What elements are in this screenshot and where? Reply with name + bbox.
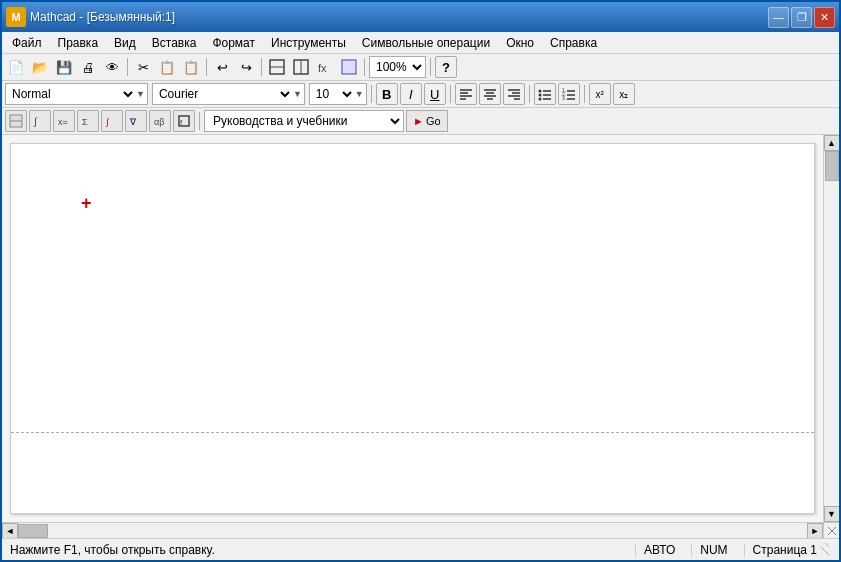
menu-file[interactable]: Файл: [4, 34, 50, 52]
scroll-right-arrow[interactable]: ►: [807, 523, 823, 539]
fmt-sep1: [371, 85, 372, 103]
open-button[interactable]: 📂: [29, 56, 51, 78]
svg-text:3.: 3.: [562, 95, 566, 101]
font-size-select[interactable]: 8 9 10 11 12 14: [310, 83, 355, 105]
math-btn-8[interactable]: f: [173, 110, 195, 132]
svg-text:Σ: Σ: [82, 117, 88, 127]
window-title: Mathcad - [Безымянный:1]: [30, 10, 768, 24]
underline-button[interactable]: U: [424, 83, 446, 105]
scroll-track-h[interactable]: [48, 523, 807, 538]
new-button[interactable]: 📄: [5, 56, 27, 78]
svg-text:∫: ∫: [105, 117, 110, 127]
status-segments: АВТО NUM Страница 1: [635, 543, 817, 557]
status-bar: Нажмите F1, чтобы открыть справку. АВТО …: [2, 538, 839, 560]
align-center-button[interactable]: [479, 83, 501, 105]
status-mode: АВТО: [635, 543, 675, 557]
go-button[interactable]: ► Go: [406, 110, 448, 132]
restore-button[interactable]: ❐: [791, 7, 812, 28]
undo-button[interactable]: ↩: [211, 56, 233, 78]
scroll-up-arrow[interactable]: ▲: [824, 135, 840, 151]
toolbar-btn-5[interactable]: [266, 56, 288, 78]
document-area[interactable]: +: [2, 135, 823, 522]
math-toolbar: ∫ x= Σ ∫ ∇ αβ f Руководства и учебники П…: [2, 108, 839, 135]
numbered-list-button[interactable]: 1.2.3.: [558, 83, 580, 105]
bold-button[interactable]: B: [376, 83, 398, 105]
scroll-down-arrow[interactable]: ▼: [824, 506, 840, 522]
window-controls: — ❐ ✕: [768, 7, 835, 28]
main-window: M Mathcad - [Безымянный:1] — ❐ ✕ Файл Пр…: [0, 0, 841, 562]
content-area: + ▲ ▼: [2, 135, 839, 522]
math-btn-3[interactable]: x=: [53, 110, 75, 132]
menu-window[interactable]: Окно: [498, 34, 542, 52]
scroll-corner: [823, 523, 839, 539]
subscript-button[interactable]: x₂: [613, 83, 635, 105]
cursor-cross: +: [81, 194, 92, 212]
menu-view[interactable]: Вид: [106, 34, 144, 52]
status-hint: Нажмите F1, чтобы открыть справку.: [10, 543, 635, 557]
copy-button[interactable]: 📋: [156, 56, 178, 78]
menu-symbolic[interactable]: Символьные операции: [354, 34, 498, 52]
title-bar: M Mathcad - [Безымянный:1] — ❐ ✕: [2, 2, 839, 32]
status-page: Страница 1: [744, 543, 817, 557]
bullet-list-button[interactable]: [534, 83, 556, 105]
vertical-scrollbar[interactable]: ▲ ▼: [823, 135, 839, 522]
svg-text:αβ: αβ: [154, 117, 164, 127]
menu-insert[interactable]: Вставка: [144, 34, 205, 52]
sep2: [206, 58, 207, 76]
sep5: [430, 58, 431, 76]
zoom-select[interactable]: 50% 75% 100% 125% 150% 200%: [370, 57, 425, 77]
menu-help[interactable]: Справка: [542, 34, 605, 52]
superscript-button[interactable]: x²: [589, 83, 611, 105]
math-btn-4[interactable]: Σ: [77, 110, 99, 132]
menu-format[interactable]: Формат: [204, 34, 263, 52]
page-break-line: [11, 432, 814, 433]
svg-rect-5: [342, 60, 356, 74]
main-toolbar: 📄 📂 💾 🖨 👁 ✂ 📋 📋 ↩ ↪ fx 50% 75%: [2, 54, 839, 81]
document-page[interactable]: +: [10, 143, 815, 514]
close-button[interactable]: ✕: [814, 7, 835, 28]
menu-tools[interactable]: Инструменты: [263, 34, 354, 52]
align-left-button[interactable]: [455, 83, 477, 105]
font-select[interactable]: Courier Arial Times New Roman: [153, 83, 293, 105]
format-toolbar: Normal Heading 1 Heading 2 Title ▼ Couri…: [2, 81, 839, 108]
svg-text:x=: x=: [58, 117, 68, 127]
redo-button[interactable]: ↪: [235, 56, 257, 78]
toolbar-btn-7[interactable]: fx: [314, 56, 336, 78]
paste-button[interactable]: 📋: [180, 56, 202, 78]
hscroll-thumb-left[interactable]: [18, 524, 48, 538]
fmt-sep4: [584, 85, 585, 103]
save-button[interactable]: 💾: [53, 56, 75, 78]
svg-line-44: [825, 551, 829, 555]
print-button[interactable]: 🖨: [77, 56, 99, 78]
app-icon: M: [6, 7, 26, 27]
svg-point-22: [538, 98, 541, 101]
svg-line-42: [825, 543, 829, 547]
math-btn-7[interactable]: αβ: [149, 110, 171, 132]
cut-button[interactable]: ✂: [132, 56, 154, 78]
sep4: [364, 58, 365, 76]
minimize-button[interactable]: —: [768, 7, 789, 28]
math-btn-2[interactable]: ∫: [29, 110, 51, 132]
resize-grip[interactable]: [817, 543, 831, 557]
italic-button[interactable]: I: [400, 83, 422, 105]
math-btn-5[interactable]: ∫: [101, 110, 123, 132]
toolbar-btn-8[interactable]: [338, 56, 360, 78]
print-preview-button[interactable]: 👁: [101, 56, 123, 78]
horizontal-scrollbar: ◄ ►: [2, 522, 839, 538]
status-numlock: NUM: [691, 543, 727, 557]
align-right-button[interactable]: [503, 83, 525, 105]
scroll-track-v[interactable]: [824, 151, 839, 506]
math-sep1: [199, 112, 200, 130]
resource-select[interactable]: Руководства и учебники Помощь Примеры: [204, 110, 404, 132]
toolbar-btn-6[interactable]: [290, 56, 312, 78]
svg-text:∇: ∇: [129, 117, 137, 127]
scroll-left-arrow[interactable]: ◄: [2, 523, 18, 539]
svg-point-18: [538, 90, 541, 93]
help-button[interactable]: ?: [435, 56, 457, 78]
style-select[interactable]: Normal Heading 1 Heading 2 Title: [6, 83, 136, 105]
menu-edit[interactable]: Правка: [50, 34, 107, 52]
svg-text:fx: fx: [318, 62, 327, 74]
math-btn-1[interactable]: [5, 110, 27, 132]
math-btn-6[interactable]: ∇: [125, 110, 147, 132]
scroll-thumb-v[interactable]: [825, 151, 839, 181]
